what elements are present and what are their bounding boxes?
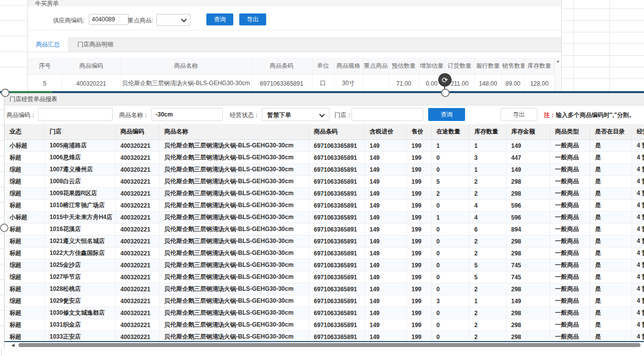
table-cell: 149 — [364, 307, 406, 319]
table-cell: 2 — [469, 307, 506, 319]
table-cell: 贝伦斯企鹅三层钢清汤火锅-BLS-GEHG30-30cm — [159, 307, 309, 319]
table-cell: 一般商品 — [550, 224, 590, 236]
store-input[interactable] — [351, 108, 423, 121]
table-row[interactable]: 综超1009花果园R区店400320221贝伦斯企鹅三层钢清汤火锅-BLS-GE… — [4, 188, 644, 200]
product-code-input[interactable] — [38, 108, 113, 121]
table-cell: 400320221 — [115, 200, 159, 212]
table-row[interactable]: 综超1027毕节店400320221贝伦斯企鹅三层钢清汤火锅-BLS-GEHG3… — [4, 271, 644, 283]
table-row[interactable]: 标超1028松桃店400320221贝伦斯企鹅三层钢清汤火锅-BLS-GEHG3… — [4, 283, 644, 295]
table-cell: 298 — [506, 331, 550, 342]
splitter-handle-left[interactable] — [1, 89, 9, 97]
table-cell: 贝伦斯企鹅三层钢清汤火锅-BLS-GEHG30-30cm — [159, 140, 309, 152]
table-cell: 是 — [590, 224, 632, 236]
product-name-input[interactable] — [151, 108, 223, 121]
key-product-select[interactable] — [157, 14, 190, 26]
column-header: 增加估量 — [419, 58, 445, 75]
top-query-form: 供应商编码: 重点商品: 查询 导出 — [28, 12, 561, 28]
column-header: 商品条码 — [309, 124, 364, 140]
scroll-up-icon[interactable]: ▲ — [555, 59, 561, 63]
table-row[interactable]: 标超1033正安店400320221贝伦斯企鹅三层钢清汤火锅-BLS-GEHG3… — [4, 331, 644, 342]
table-cell: 4 暂禁下单 — [632, 319, 644, 331]
table-cell: 6971063365891 — [309, 319, 364, 331]
top-export-button[interactable]: 导出 — [239, 13, 266, 25]
table-row[interactable]: 综超1008白云店400320221贝伦斯企鹅三层钢清汤火锅-BLS-GEHG3… — [4, 176, 644, 188]
table-row[interactable]: 标超1006息烽店400320221贝伦斯企鹅三层钢清汤火锅-BLS-GEHG3… — [4, 152, 644, 164]
horizontal-scrollbar-thumb[interactable] — [18, 343, 641, 347]
table-header-row: 序号商品编码商品名称商品条码单位商品规格重点商品预估数量增加估量订货数量履行数量… — [28, 58, 554, 75]
table-cell: 贝伦斯企鹅三层钢清汤火锅-BLS-GEHG30-30cm — [121, 75, 251, 92]
table-cell: 是 — [590, 188, 632, 200]
table-cell: 贝伦斯企鹅三层钢清汤火锅-BLS-GEHG30-30cm — [159, 176, 309, 188]
table-cell: 6971063365891 — [309, 224, 364, 236]
table-cell: 4 暂禁下单 — [632, 164, 644, 176]
note-prefix: 注： — [544, 112, 556, 119]
table-row[interactable]: 标超1021遵义大恒名城店400320221贝伦斯企鹅三层钢清汤火锅-BLS-G… — [4, 236, 644, 247]
pane-splitter[interactable] — [0, 91, 644, 93]
table-cell: 149 — [364, 152, 406, 164]
table-row[interactable]: 小标超1005南浦路店400320221贝伦斯企鹅三层钢清汤火锅-BLS-GEH… — [4, 140, 644, 152]
table-cell: 一般商品 — [550, 152, 590, 164]
table-row[interactable]: 5400320221贝伦斯企鹅三层钢清汤火锅-BLS-GEHG30-30cm69… — [28, 75, 554, 92]
table-row[interactable]: 综超1029瓮安店400320221贝伦斯企鹅三层钢清汤火锅-BLS-GEHG3… — [4, 295, 644, 307]
vertical-scrollbar[interactable]: ▲ — [554, 58, 561, 91]
product-summary-panel: 牛买房单 供应商编码: 重点商品: 查询 导出 商品汇总 门店商品明细 序号商品 — [27, 0, 562, 91]
table-cell: 149 — [364, 271, 406, 283]
refresh-icon[interactable]: ⟳ — [438, 73, 452, 87]
table-cell: 4 暂禁下单 — [632, 176, 644, 188]
table-row[interactable]: 标超1022大方佳鑫国际店400320221贝伦斯企鹅三层钢清汤火锅-BLS-G… — [4, 247, 644, 259]
table-row[interactable]: 标超1031织金店400320221贝伦斯企鹅三层钢清汤火锅-BLS-GEHG3… — [4, 319, 644, 331]
table-cell: 1015中天未来方舟H4店 — [44, 212, 115, 224]
product-code-label: 商品编码： — [6, 111, 36, 119]
supplier-code-input[interactable] — [89, 14, 129, 25]
table-cell: 贝伦斯企鹅三层钢清汤火锅-BLS-GEHG30-30cm — [159, 236, 309, 247]
table-row[interactable]: 综超1007遵义播州店400320221贝伦斯企鹅三层钢清汤火锅-BLS-GEH… — [4, 164, 644, 176]
table-row[interactable]: 小标超1015中天未来方舟H4店400320221贝伦斯企鹅三层钢清汤火锅-BL… — [4, 212, 644, 224]
report-query-button[interactable]: 查询 — [428, 108, 465, 121]
top-query-button[interactable]: 查询 — [206, 13, 233, 25]
tab-strip: 商品汇总 门店商品明细 — [28, 37, 561, 52]
table-cell: 贝伦斯企鹅三层钢清汤火锅-BLS-GEHG30-30cm — [159, 247, 309, 259]
table-cell: 2 — [469, 319, 506, 331]
table-cell: 一般商品 — [550, 259, 590, 271]
table-cell: 贝伦斯企鹅三层钢清汤火锅-BLS-GEHG30-30cm — [159, 152, 309, 164]
tab-store-product-detail[interactable]: 门店商品明细 — [69, 37, 121, 52]
tab-product-summary[interactable]: 商品汇总 — [28, 37, 68, 52]
table-cell: 199 — [406, 259, 431, 271]
table-cell: 贝伦斯企鹅三层钢清汤火锅-BLS-GEHG30-30cm — [159, 259, 309, 271]
table-cell: 199 — [406, 176, 431, 188]
report-export-button[interactable]: 导出 — [500, 108, 537, 121]
table-cell: 4 暂禁下单 — [632, 259, 644, 271]
table-cell: 一般商品 — [550, 319, 590, 331]
column-header: 销售数量 — [501, 58, 524, 75]
table-cell: 2 — [469, 247, 506, 259]
table-cell: 贝伦斯企鹅三层钢清汤火锅-BLS-GEHG30-30cm — [159, 331, 309, 342]
table-cell: 0 — [431, 247, 469, 259]
table-cell: 0 — [431, 236, 469, 247]
scroll-left-icon[interactable]: ◀ — [11, 343, 14, 348]
table-cell: 400320221 — [115, 319, 159, 331]
splitter-handle-center[interactable] — [441, 89, 450, 97]
table-cell: 一般商品 — [550, 271, 590, 283]
table-cell: 149 — [506, 295, 550, 307]
table-cell: 1 — [431, 212, 469, 224]
table-cell: 6971063365891 — [309, 283, 364, 295]
table-cell: 6971063365891 — [309, 152, 364, 164]
table-cell: 0 — [431, 224, 469, 236]
input-hint-note: 注：输入多个商品编码时","分割。 — [544, 111, 635, 119]
splitter-handle-side[interactable] — [0, 224, 8, 232]
table-row[interactable]: 标超1030修文文城逸都店400320221贝伦斯企鹅三层钢清汤火锅-BLS-G… — [4, 307, 644, 319]
clipped-title-text: 牛买房单 — [35, 0, 59, 6]
column-header: 业态 — [4, 124, 44, 140]
table-cell: 是 — [590, 236, 632, 247]
status-select[interactable]: 暂禁下单 — [262, 108, 329, 121]
table-cell: 标超 — [4, 331, 44, 342]
table-row[interactable]: 综超1025金沙店400320221贝伦斯企鹅三层钢清汤火锅-BLS-GEHG3… — [4, 259, 644, 271]
table-cell: 贝伦斯企鹅三层钢清汤火锅-BLS-GEHG30-30cm — [159, 200, 309, 212]
table-cell: 400320221 — [115, 259, 159, 271]
table-cell: 是 — [590, 152, 632, 164]
table-row[interactable]: 标超1010榕江常驰广场店400320221贝伦斯企鹅三层钢清汤火锅-BLS-G… — [4, 200, 644, 212]
table-row[interactable]: 标超1016花溪店400320221贝伦斯企鹅三层钢清汤火锅-BLS-GEHG3… — [4, 224, 644, 236]
table-cell: 4 暂禁下单 — [632, 283, 644, 295]
table-cell: 298 — [506, 247, 550, 259]
table-cell: 0 — [431, 319, 469, 331]
